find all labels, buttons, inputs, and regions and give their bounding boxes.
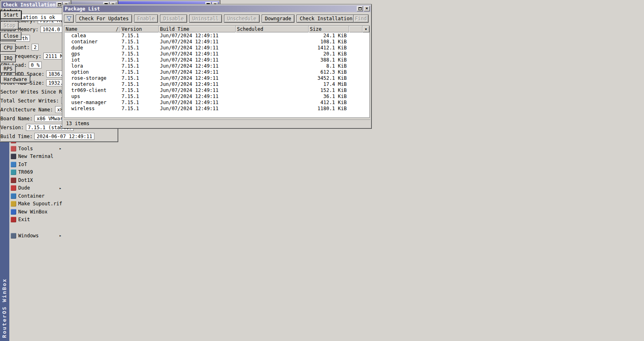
sidebar-item-iot[interactable]: IoT: [9, 160, 62, 168]
table-row[interactable]: lora7.15.1Jun/07/2024 12:49:118.1 KiB: [64, 63, 369, 69]
package-build-time-cell: Jun/07/2024 12:49:11: [159, 87, 236, 93]
sidebar-item-tools[interactable]: Tools▸: [9, 145, 62, 153]
find-button[interactable]: Find: [353, 15, 369, 23]
cpu-count-field[interactable]: 2: [32, 44, 38, 51]
maximize-button[interactable]: [357, 6, 363, 11]
package-version-cell: 7.15.1: [120, 81, 159, 87]
start-button[interactable]: Start: [0, 11, 21, 19]
package-name-cell: ups: [64, 94, 120, 99]
sidebar-item-new-terminal[interactable]: New Terminal: [9, 153, 62, 161]
check-installation-titlebar[interactable]: Check Installation ×: [1, 1, 70, 8]
window-title: Package List: [65, 6, 100, 12]
sidebar-item-label: Exit: [18, 217, 30, 222]
unschedule-button[interactable]: Unschedule: [224, 15, 260, 23]
package-build-time-cell: Jun/07/2024 12:49:11: [159, 51, 236, 57]
package-name-cell: option: [64, 69, 120, 75]
package-name: iot: [71, 57, 80, 63]
package-version-cell: 7.15.1: [120, 75, 159, 81]
package-size-cell: 1180.1 KiB: [309, 106, 349, 111]
hardware-button[interactable]: Hardware: [0, 75, 30, 83]
package-version-cell: 7.15.1: [120, 94, 159, 99]
package-rows: calea7.15.1Jun/07/2024 12:49:1124.1 KiBc…: [64, 32, 369, 111]
sidebar-item-container[interactable]: Container: [9, 192, 62, 200]
table-row[interactable]: tr069-client7.15.1Jun/07/2024 12:49:1115…: [64, 87, 369, 93]
package-version-cell: 7.15.1: [120, 33, 159, 38]
maximize-button[interactable]: [56, 2, 62, 7]
table-row[interactable]: ups7.15.1Jun/07/2024 12:49:1136.1 KiB: [64, 93, 369, 99]
architecture-name-label: Architecture Name:: [0, 107, 53, 113]
irq-button[interactable]: IRQ: [0, 54, 16, 62]
package-build-time-cell: Jun/07/2024 12:49:11: [159, 81, 236, 87]
package-list-titlebar[interactable]: Package List ×: [63, 5, 371, 12]
sidebar-item-windows[interactable]: Windows▸: [9, 232, 62, 240]
dot1x-icon: [11, 177, 16, 183]
package-icon: [66, 64, 70, 68]
package-name-cell: calea: [64, 33, 120, 38]
check-for-updates-button[interactable]: Check For Updates: [76, 15, 132, 23]
package-icon: [66, 34, 70, 38]
sidebar-item-dot1x[interactable]: Dot1X: [9, 176, 62, 184]
package-version-cell: 7.15.1: [120, 57, 159, 63]
package-name: lora: [71, 63, 83, 69]
cpu-button[interactable]: CPU: [0, 44, 16, 52]
package-icon: [66, 70, 70, 74]
package-name-cell: dude: [64, 45, 120, 51]
close-dialog-button[interactable]: Close: [0, 32, 21, 40]
sidebar-item-tr069[interactable]: TR069: [9, 168, 62, 177]
submenu-arrow-icon: ▸: [59, 146, 62, 151]
sidebar-item-dude[interactable]: Dude▸: [9, 184, 62, 192]
uninstall-button[interactable]: Uninstall: [189, 15, 222, 23]
resources-row: Build Time:2024-06-07 12:49:11: [0, 133, 118, 140]
sidebar-item-label: Dot1X: [18, 177, 33, 183]
column-header-size[interactable]: Size: [309, 26, 349, 32]
column-header-scheduled[interactable]: Scheduled: [236, 26, 309, 32]
stop-button[interactable]: Stop: [0, 21, 19, 30]
package-build-time-cell: Jun/07/2024 12:49:11: [159, 106, 236, 111]
sidebar-item-label: Make Supout.rif: [18, 201, 62, 207]
table-row[interactable]: user-manager7.15.1Jun/07/2024 12:49:1141…: [64, 99, 369, 105]
package-icon: [66, 82, 70, 86]
chevron-down-icon: ▼: [365, 28, 368, 31]
column-header-version[interactable]: Version: [120, 26, 159, 32]
sidebar-item-new-winbox[interactable]: New WinBox: [9, 208, 62, 216]
filter-button[interactable]: [64, 15, 74, 23]
table-row[interactable]: iot7.15.1Jun/07/2024 12:49:11388.1 KiB: [64, 57, 369, 63]
package-size-cell: 1412.1 KiB: [309, 45, 349, 51]
package-name: option: [71, 69, 89, 75]
sidebar-item-label: Windows: [18, 233, 39, 239]
check-installation-button[interactable]: Check Installation: [296, 15, 356, 23]
column-header-build-time[interactable]: Build Time: [159, 26, 236, 32]
package-name: calea: [71, 33, 86, 38]
cpu-load-field[interactable]: 0 %: [29, 62, 42, 68]
table-row[interactable]: rose-storage7.15.1Jun/07/2024 12:49:1134…: [64, 75, 369, 81]
table-row[interactable]: container7.15.1Jun/07/2024 12:49:11108.1…: [64, 38, 369, 45]
table-row[interactable]: dude7.15.1Jun/07/2024 12:49:111412.1 KiB: [64, 45, 369, 51]
disable-button[interactable]: Disable: [160, 15, 187, 23]
package-name: gps: [71, 51, 80, 57]
package-icon: [66, 46, 70, 50]
table-row[interactable]: option7.15.1Jun/07/2024 12:49:11612.3 Ki…: [64, 69, 369, 75]
package-name: rose-storage: [71, 75, 107, 81]
column-select-button[interactable]: ▼: [363, 26, 369, 32]
package-version-cell: 7.15.1: [120, 69, 159, 75]
maximize-icon: [58, 3, 61, 6]
package-icon: [66, 88, 70, 92]
package-size-cell: 388.1 KiB: [309, 57, 349, 63]
exit-icon: [11, 217, 16, 222]
package-version-cell: 7.15.1: [120, 51, 159, 57]
sidebar-item-exit[interactable]: Exit: [9, 216, 62, 224]
table-row[interactable]: routeros7.15.1Jun/07/2024 12:49:1117.4 M…: [64, 81, 369, 87]
tr069-icon: [11, 169, 16, 175]
rps-button[interactable]: RPS: [0, 65, 16, 73]
sidebar-item-make-supout-rif[interactable]: Make Supout.rif: [9, 200, 62, 208]
close-button[interactable]: ×: [364, 6, 370, 11]
table-row[interactable]: calea7.15.1Jun/07/2024 12:49:1124.1 KiB: [64, 32, 369, 38]
table-row[interactable]: wireless7.15.1Jun/07/2024 12:49:111180.1…: [64, 105, 369, 111]
package-version-cell: 7.15.1: [120, 63, 159, 69]
table-row[interactable]: gps7.15.1Jun/07/2024 12:49:1120.1 KiB: [64, 51, 369, 57]
enable-button[interactable]: Enable: [134, 15, 158, 23]
package-build-time-cell: Jun/07/2024 12:49:11: [159, 69, 236, 75]
column-header-name[interactable]: Name /: [64, 26, 120, 32]
downgrade-button[interactable]: Downgrade: [262, 15, 294, 23]
build-time-field[interactable]: 2024-06-07 12:49:11: [34, 133, 94, 140]
